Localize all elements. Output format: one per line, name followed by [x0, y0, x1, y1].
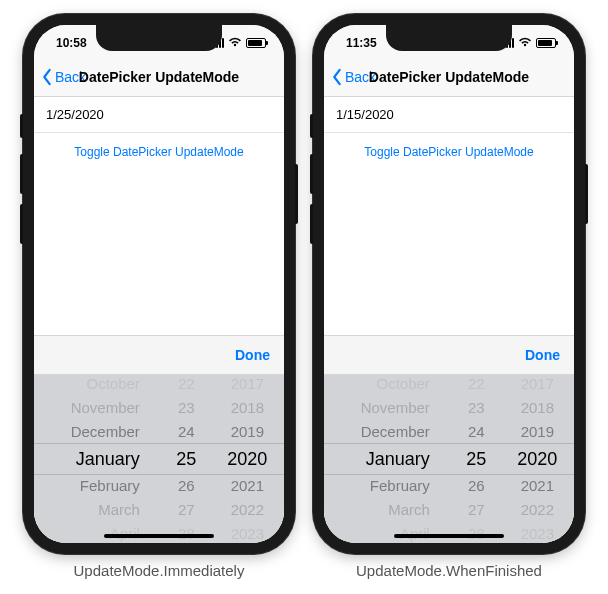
content-area: 1/25/2020 Toggle DatePicker UpdateMode D…	[34, 97, 284, 543]
picker-item[interactable]: 2023	[521, 522, 554, 543]
screen: 11:35 Back DatePicker UpdateMode	[324, 25, 574, 543]
back-button[interactable]: Back	[330, 68, 376, 86]
picker-item[interactable]: December	[361, 420, 430, 444]
chevron-left-icon	[40, 68, 54, 86]
picker-item[interactable]: April	[400, 522, 430, 543]
picker-item-selected[interactable]: 25	[466, 444, 486, 474]
phone-2-wrap: 11:35 Back DatePicker UpdateMode	[313, 14, 585, 579]
status-time: 11:35	[346, 36, 377, 50]
picker-item[interactable]: 22	[178, 375, 195, 396]
picker-item[interactable]: 26	[468, 474, 485, 498]
picker-item[interactable]: 2022	[521, 498, 554, 522]
done-button[interactable]: Done	[525, 347, 560, 363]
picker-item[interactable]: 2023	[231, 522, 264, 543]
picker-item[interactable]: 27	[468, 498, 485, 522]
picker-year-column[interactable]: 2017 2018 2019 2020 2021 2022 2023	[501, 375, 574, 543]
wifi-icon	[228, 37, 242, 49]
picker-item-selected[interactable]: 25	[176, 444, 196, 474]
back-label: Back	[55, 69, 86, 85]
picker-item[interactable]: April	[110, 522, 140, 543]
home-indicator[interactable]	[394, 534, 504, 538]
phone-frame: 11:35 Back DatePicker UpdateMode	[313, 14, 585, 554]
picker-day-column[interactable]: 22 23 24 25 26 27 28	[452, 375, 501, 543]
picker-item[interactable]: 2019	[231, 420, 264, 444]
picker-item[interactable]: 24	[178, 420, 195, 444]
picker-item[interactable]: 2022	[231, 498, 264, 522]
picker-item[interactable]: 2017	[231, 375, 264, 396]
content-area: 1/15/2020 Toggle DatePicker UpdateMode D…	[324, 97, 574, 543]
status-time: 10:58	[56, 36, 87, 50]
chevron-left-icon	[330, 68, 344, 86]
picker-item[interactable]: 23	[468, 396, 485, 420]
picker-item-selected[interactable]: 2020	[517, 444, 557, 474]
toggle-updatemode-button[interactable]: Toggle DatePicker UpdateMode	[34, 133, 284, 171]
nav-bar: Back DatePicker UpdateMode	[34, 57, 284, 97]
picker-item[interactable]: 2019	[521, 420, 554, 444]
picker-item[interactable]: November	[361, 396, 430, 420]
back-button[interactable]: Back	[40, 68, 86, 86]
picker-item[interactable]: March	[98, 498, 140, 522]
picker-item[interactable]: 2021	[521, 474, 554, 498]
picker-item[interactable]: December	[71, 420, 140, 444]
battery-icon	[246, 38, 266, 48]
picker-item[interactable]: 26	[178, 474, 195, 498]
caption: UpdateMode.WhenFinished	[356, 562, 542, 579]
picker-item[interactable]: 2018	[231, 396, 264, 420]
picker-year-column[interactable]: 2017 2018 2019 2020 2021 2022 2023	[211, 375, 284, 543]
picker-item[interactable]: March	[388, 498, 430, 522]
done-button[interactable]: Done	[235, 347, 270, 363]
picker-item[interactable]: February	[370, 474, 430, 498]
nav-bar: Back DatePicker UpdateMode	[324, 57, 574, 97]
date-picker[interactable]: October November December January Februa…	[324, 375, 574, 543]
picker-item[interactable]: 2021	[231, 474, 264, 498]
phone-frame: 10:58 Back DatePicker UpdateMode	[23, 14, 295, 554]
picker-day-column[interactable]: 22 23 24 25 26 27 28	[162, 375, 211, 543]
notch	[96, 25, 222, 51]
picker-item[interactable]: 2018	[521, 396, 554, 420]
caption: UpdateMode.Immediately	[74, 562, 245, 579]
picker-item[interactable]: 28	[468, 522, 485, 543]
picker-item[interactable]: October	[87, 375, 140, 396]
toggle-updatemode-button[interactable]: Toggle DatePicker UpdateMode	[324, 133, 574, 171]
back-label: Back	[345, 69, 376, 85]
picker-month-column[interactable]: October November December January Februa…	[34, 375, 162, 543]
picker-item-selected[interactable]: January	[366, 444, 430, 474]
picker-item[interactable]: 23	[178, 396, 195, 420]
picker-item[interactable]: 24	[468, 420, 485, 444]
notch	[386, 25, 512, 51]
picker-month-column[interactable]: October November December January Februa…	[324, 375, 452, 543]
picker-item[interactable]: 27	[178, 498, 195, 522]
home-indicator[interactable]	[104, 534, 214, 538]
picker-item[interactable]: November	[71, 396, 140, 420]
date-field[interactable]: 1/25/2020	[34, 97, 284, 133]
battery-icon	[536, 38, 556, 48]
accessory-bar: Done	[324, 335, 574, 375]
picker-item-selected[interactable]: January	[76, 444, 140, 474]
accessory-bar: Done	[34, 335, 284, 375]
picker-item[interactable]: October	[377, 375, 430, 396]
phone-row: 10:58 Back DatePicker UpdateMode	[23, 14, 585, 579]
picker-item-selected[interactable]: 2020	[227, 444, 267, 474]
screen: 10:58 Back DatePicker UpdateMode	[34, 25, 284, 543]
date-field[interactable]: 1/15/2020	[324, 97, 574, 133]
picker-item[interactable]: February	[80, 474, 140, 498]
picker-item[interactable]: 28	[178, 522, 195, 543]
picker-item[interactable]: 2017	[521, 375, 554, 396]
date-picker[interactable]: October November December January Februa…	[34, 375, 284, 543]
picker-item[interactable]: 22	[468, 375, 485, 396]
phone-1-wrap: 10:58 Back DatePicker UpdateMode	[23, 14, 295, 579]
wifi-icon	[518, 37, 532, 49]
